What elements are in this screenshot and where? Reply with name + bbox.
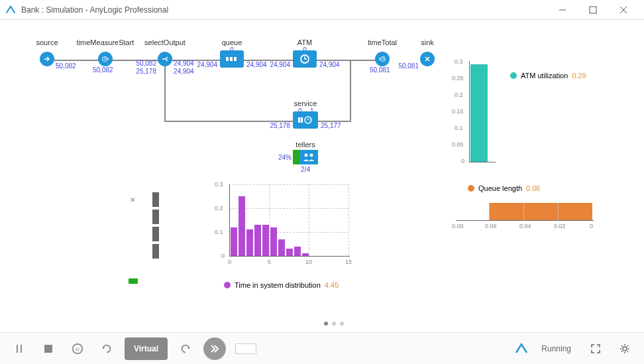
chart-time-distribution: 0.3 0.2 0.1 0 0 5 10 15 — [211, 182, 350, 264]
node-queue[interactable]: queue 0 24,904 24,904 — [220, 50, 244, 68]
select-output-icon — [158, 52, 172, 66]
fast-forward-button[interactable] — [203, 337, 226, 360]
node-label: tellers — [295, 141, 315, 149]
svg-rect-5 — [226, 57, 229, 61]
node-time-total[interactable]: timeTotal 50,081 — [375, 52, 390, 66]
anylogic-logo-icon — [515, 342, 528, 355]
control-toolbar: x1 Virtual Running — [0, 332, 644, 364]
bar — [270, 227, 277, 256]
delay-icon — [293, 50, 317, 68]
svg-rect-1 — [590, 7, 596, 13]
node-source[interactable]: source 50,082 — [40, 52, 54, 66]
chart-queue-length: 0.08 0.06 0.04 0.02 0 — [456, 199, 602, 239]
svg-rect-6 — [230, 57, 233, 61]
flow-connector — [350, 60, 351, 122]
bar — [294, 247, 301, 256]
count: 24,904 — [319, 61, 340, 68]
settings-button[interactable] — [614, 337, 636, 360]
svg-rect-12 — [298, 117, 300, 123]
minimize-button[interactable] — [547, 0, 578, 20]
node-tellers[interactable]: tellers 24% 2/4 — [293, 150, 318, 167]
simulation-canvas: source 50,082 timeMeasureStart 50,082 se… — [0, 20, 644, 332]
bar — [489, 203, 592, 220]
legend-label: Queue length — [478, 184, 522, 192]
node-label: selectOutput — [144, 38, 186, 46]
svg-point-22 — [623, 347, 627, 351]
legend-label: ATM utilization — [521, 72, 568, 80]
svg-text:x1: x1 — [76, 346, 80, 351]
legend-dot-icon — [224, 282, 231, 288]
fullscreen-button[interactable] — [584, 337, 607, 360]
legend-dot-icon — [468, 185, 474, 192]
window-title: Bank : Simulation - AnyLogic Professiona… — [21, 5, 547, 15]
legend-queue-length: Queue length 0.06 — [468, 184, 540, 192]
resource-icon — [299, 150, 318, 164]
legend-value: 4.45 — [325, 281, 339, 289]
node-label: sink — [421, 38, 434, 46]
node-label: queue — [222, 38, 242, 46]
realtime-x1-button[interactable]: x1 — [66, 337, 89, 360]
maximize-button[interactable] — [578, 0, 608, 20]
node-label: timeMeasureStart — [77, 38, 134, 46]
chart-atm-utilization: 0.3 0.25 0.2 0.15 0.1 0.05 0 — [452, 58, 505, 167]
node-atm[interactable]: ATM 0 24,904 24,904 — [293, 50, 317, 68]
virtual-time-button[interactable]: Virtual — [125, 337, 168, 360]
speed-up-button[interactable] — [174, 337, 197, 360]
node-label: source — [36, 38, 58, 46]
bar — [246, 229, 253, 256]
svg-point-16 — [310, 154, 313, 157]
svg-rect-19 — [45, 345, 52, 352]
service-icon — [293, 111, 318, 129]
stop-button[interactable] — [37, 337, 60, 360]
sink-icon — [420, 52, 435, 66]
count: 24% — [278, 154, 292, 161]
count: 24,904 — [270, 61, 290, 68]
count: 50,082 — [56, 62, 76, 70]
count: 50,081 — [370, 66, 390, 74]
bar — [262, 225, 269, 256]
mini-bar — [152, 192, 159, 207]
legend-value: 0.29 — [572, 72, 586, 80]
count: 2/4 — [301, 166, 310, 173]
bar — [278, 239, 285, 256]
slow-down-button[interactable] — [95, 337, 118, 360]
count: 25,178 — [270, 122, 290, 129]
bar — [302, 253, 309, 256]
title-bar: Bank : Simulation - AnyLogic Professiona… — [0, 0, 644, 20]
svg-rect-7 — [234, 57, 237, 61]
tellers-busy-bar — [293, 150, 299, 164]
node-label: service — [294, 99, 317, 107]
control-icon: ✕ — [130, 196, 135, 204]
count: 24,904 — [174, 60, 194, 67]
pause-button[interactable] — [8, 337, 30, 360]
page-indicator[interactable] — [324, 322, 344, 326]
clock-start-icon — [98, 52, 113, 66]
legend-dot-icon — [510, 72, 517, 79]
flow-connector — [164, 60, 166, 122]
count: 50,082 — [93, 66, 113, 74]
count: 24,904 — [174, 68, 194, 75]
node-label: timeTotal — [368, 38, 397, 46]
svg-point-15 — [305, 154, 308, 157]
progress-indicator — [235, 343, 256, 354]
node-select-output[interactable]: selectOutput 50,082 25,178 24,904 24,904 — [158, 52, 172, 66]
count: 25,178 — [136, 68, 156, 75]
close-button[interactable] — [608, 0, 639, 20]
node-sink[interactable]: sink 50,081 — [420, 52, 435, 66]
legend-atm-utilization: ATM utilization 0.29 — [510, 72, 586, 80]
mini-bar — [152, 244, 159, 259]
svg-rect-13 — [301, 117, 303, 123]
node-label: ATM — [297, 38, 312, 46]
queue-icon — [220, 50, 244, 68]
count: 50,081 — [398, 62, 419, 70]
mini-bar — [152, 227, 159, 241]
bar — [239, 196, 245, 256]
count: 24,904 — [197, 61, 217, 68]
legend-label: Time in system distribution — [235, 281, 321, 289]
node-service[interactable]: service 0 1 25,178 25,177 — [293, 111, 318, 129]
app-logo-icon — [5, 5, 16, 15]
legend-value: 0.06 — [526, 184, 540, 192]
node-time-measure-start[interactable]: timeMeasureStart 50,082 — [98, 52, 113, 66]
status-text: Running — [541, 344, 571, 353]
bar — [286, 249, 293, 256]
